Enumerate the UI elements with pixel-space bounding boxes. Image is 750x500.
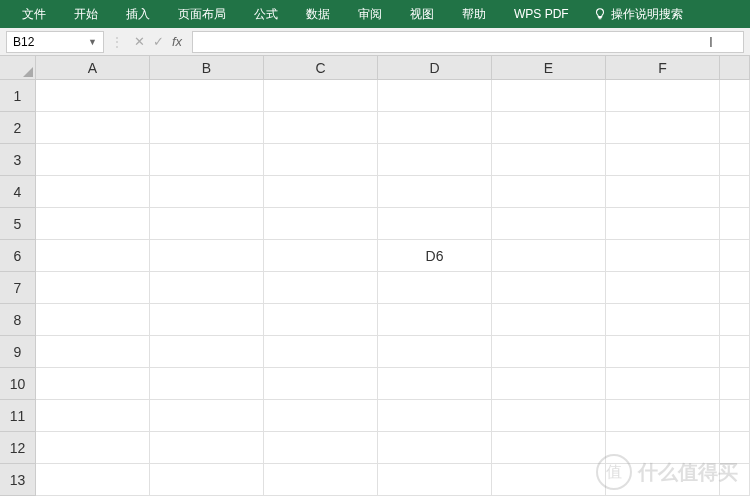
cell-a6[interactable] — [36, 240, 150, 272]
formula-input[interactable]: I — [192, 31, 744, 53]
cell-b4[interactable] — [150, 176, 264, 208]
col-header-d[interactable]: D — [378, 56, 492, 80]
col-header-a[interactable]: A — [36, 56, 150, 80]
cell-e6[interactable] — [492, 240, 606, 272]
cell-b11[interactable] — [150, 400, 264, 432]
cell-e1[interactable] — [492, 80, 606, 112]
tab-page-layout[interactable]: 页面布局 — [164, 0, 240, 28]
cell-d7[interactable] — [378, 272, 492, 304]
cell-d2[interactable] — [378, 112, 492, 144]
row-header-7[interactable]: 7 — [0, 272, 36, 304]
tab-formulas[interactable]: 公式 — [240, 0, 292, 28]
tab-insert[interactable]: 插入 — [112, 0, 164, 28]
tab-wps-pdf[interactable]: WPS PDF — [500, 0, 583, 28]
cell-f9[interactable] — [606, 336, 720, 368]
tab-home[interactable]: 开始 — [60, 0, 112, 28]
cell-10[interactable] — [720, 368, 750, 400]
cell-c5[interactable] — [264, 208, 378, 240]
row-header-1[interactable]: 1 — [0, 80, 36, 112]
cell-b2[interactable] — [150, 112, 264, 144]
cell-4[interactable] — [720, 176, 750, 208]
cell-b13[interactable] — [150, 464, 264, 496]
select-all-corner[interactable] — [0, 56, 36, 80]
cell-11[interactable] — [720, 400, 750, 432]
cell-6[interactable] — [720, 240, 750, 272]
cell-f10[interactable] — [606, 368, 720, 400]
cell-d6[interactable]: D6 — [378, 240, 492, 272]
cell-d10[interactable] — [378, 368, 492, 400]
cell-a11[interactable] — [36, 400, 150, 432]
cell-e3[interactable] — [492, 144, 606, 176]
confirm-button[interactable]: ✓ — [153, 34, 164, 49]
cell-7[interactable] — [720, 272, 750, 304]
cell-d4[interactable] — [378, 176, 492, 208]
cell-1[interactable] — [720, 80, 750, 112]
cell-e4[interactable] — [492, 176, 606, 208]
cell-c7[interactable] — [264, 272, 378, 304]
tab-review[interactable]: 审阅 — [344, 0, 396, 28]
cell-d5[interactable] — [378, 208, 492, 240]
row-header-4[interactable]: 4 — [0, 176, 36, 208]
cell-b9[interactable] — [150, 336, 264, 368]
cell-a12[interactable] — [36, 432, 150, 464]
tab-data[interactable]: 数据 — [292, 0, 344, 28]
cell-a2[interactable] — [36, 112, 150, 144]
col-header-e[interactable]: E — [492, 56, 606, 80]
cell-c12[interactable] — [264, 432, 378, 464]
cell-a10[interactable] — [36, 368, 150, 400]
cell-d11[interactable] — [378, 400, 492, 432]
cell-b6[interactable] — [150, 240, 264, 272]
col-header-b[interactable]: B — [150, 56, 264, 80]
cell-e10[interactable] — [492, 368, 606, 400]
cell-f2[interactable] — [606, 112, 720, 144]
cell-5[interactable] — [720, 208, 750, 240]
row-header-11[interactable]: 11 — [0, 400, 36, 432]
row-header-2[interactable]: 2 — [0, 112, 36, 144]
name-box[interactable]: B12 ▼ — [6, 31, 104, 53]
cell-f5[interactable] — [606, 208, 720, 240]
cell-d9[interactable] — [378, 336, 492, 368]
cell-f4[interactable] — [606, 176, 720, 208]
tab-help[interactable]: 帮助 — [448, 0, 500, 28]
cell-a5[interactable] — [36, 208, 150, 240]
cell-c2[interactable] — [264, 112, 378, 144]
cell-f11[interactable] — [606, 400, 720, 432]
cell-d8[interactable] — [378, 304, 492, 336]
cell-c11[interactable] — [264, 400, 378, 432]
cell-c3[interactable] — [264, 144, 378, 176]
cell-b12[interactable] — [150, 432, 264, 464]
col-header-partial[interactable] — [720, 56, 750, 80]
cell-a3[interactable] — [36, 144, 150, 176]
cell-f6[interactable] — [606, 240, 720, 272]
cell-b3[interactable] — [150, 144, 264, 176]
cell-c1[interactable] — [264, 80, 378, 112]
row-header-12[interactable]: 12 — [0, 432, 36, 464]
cell-c10[interactable] — [264, 368, 378, 400]
row-header-5[interactable]: 5 — [0, 208, 36, 240]
cell-e2[interactable] — [492, 112, 606, 144]
cell-a7[interactable] — [36, 272, 150, 304]
cell-b8[interactable] — [150, 304, 264, 336]
cancel-button[interactable]: ✕ — [134, 34, 145, 49]
cell-a8[interactable] — [36, 304, 150, 336]
cell-d13[interactable] — [378, 464, 492, 496]
row-header-8[interactable]: 8 — [0, 304, 36, 336]
col-header-f[interactable]: F — [606, 56, 720, 80]
cell-b1[interactable] — [150, 80, 264, 112]
cell-f7[interactable] — [606, 272, 720, 304]
cell-e7[interactable] — [492, 272, 606, 304]
cell-e8[interactable] — [492, 304, 606, 336]
cell-f1[interactable] — [606, 80, 720, 112]
cell-c4[interactable] — [264, 176, 378, 208]
cell-2[interactable] — [720, 112, 750, 144]
row-header-3[interactable]: 3 — [0, 144, 36, 176]
cell-a1[interactable] — [36, 80, 150, 112]
cell-a13[interactable] — [36, 464, 150, 496]
tab-view[interactable]: 视图 — [396, 0, 448, 28]
cell-c9[interactable] — [264, 336, 378, 368]
row-header-9[interactable]: 9 — [0, 336, 36, 368]
cell-9[interactable] — [720, 336, 750, 368]
cell-c6[interactable] — [264, 240, 378, 272]
cell-8[interactable] — [720, 304, 750, 336]
row-header-6[interactable]: 6 — [0, 240, 36, 272]
